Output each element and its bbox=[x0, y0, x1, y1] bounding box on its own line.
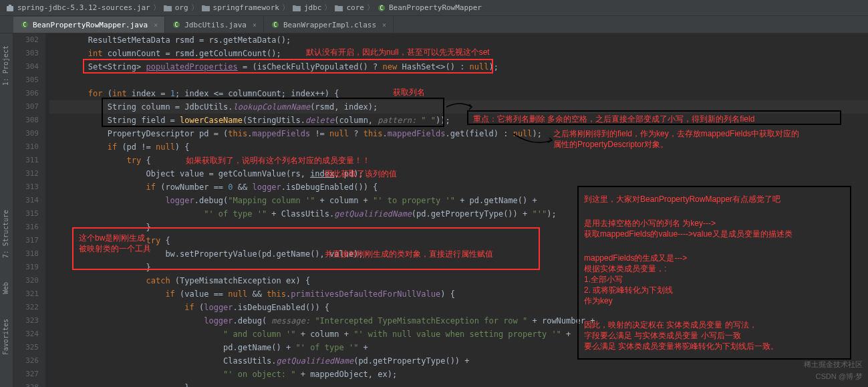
breadcrumb-p1[interactable]: org bbox=[175, 3, 188, 12]
code-line: pd.getName() + "' of type '" + bbox=[49, 341, 868, 354]
code-line: ClassUtils.getQualifiedName(pd.getProper… bbox=[49, 354, 868, 368]
line-number: 319 bbox=[13, 261, 39, 274]
tab-beanwrapperimpl[interactable]: C BeanWrapperImpl.class × bbox=[264, 17, 394, 33]
line-number: 303 bbox=[13, 47, 39, 60]
close-icon[interactable]: × bbox=[253, 21, 257, 29]
line-number: 302 bbox=[13, 33, 39, 47]
code-line bbox=[49, 74, 868, 87]
svg-rect-0 bbox=[7, 6, 13, 11]
code-line: "' on object: " + mappedObject, ex); bbox=[49, 368, 868, 381]
code-line: if (rowNumber == 0 && logger.isDebugEnab… bbox=[49, 180, 868, 194]
line-number: 325 bbox=[13, 341, 39, 354]
code-editor[interactable]: 3023033043053063073083093103113123133143… bbox=[13, 33, 868, 387]
breadcrumb-p3[interactable]: jdbc bbox=[304, 3, 322, 12]
line-number: 327 bbox=[13, 368, 39, 381]
sidebar-project[interactable]: 1: Project bbox=[0, 40, 11, 91]
line-number: 309 bbox=[13, 127, 39, 140]
line-gutter: 3023033043053063073083093103113123133143… bbox=[13, 33, 45, 387]
breadcrumb: spring-jdbc-5.3.12-sources.jar 〉 org 〉 s… bbox=[0, 0, 868, 16]
line-number: 322 bbox=[13, 301, 39, 314]
arrow-icon bbox=[446, 100, 473, 114]
code-line: if (value == null && this.primitivesDefa… bbox=[49, 287, 868, 301]
line-number: 310 bbox=[13, 140, 39, 154]
line-number: 304 bbox=[13, 60, 39, 74]
sidebar-web[interactable]: Web bbox=[0, 277, 11, 299]
line-number: 311 bbox=[13, 154, 39, 167]
code-line: if (pd != null) { bbox=[49, 140, 868, 154]
tab-beanpropertyrowmapper[interactable]: C BeanPropertyRowMapper.java × bbox=[13, 17, 165, 33]
code-line: try { bbox=[49, 154, 868, 167]
code-line: try { bbox=[49, 234, 868, 247]
line-number: 326 bbox=[13, 354, 39, 368]
code-line: " and column '" + column + "' with null … bbox=[49, 328, 868, 341]
code-area[interactable]: ResultSetMetaData rsmd = rs.getMetaData(… bbox=[45, 33, 868, 387]
line-number: 306 bbox=[13, 87, 39, 100]
sidebar-favorites[interactable]: Favorites bbox=[0, 313, 11, 360]
class-icon: C bbox=[20, 20, 29, 29]
breadcrumb-jar[interactable]: spring-jdbc-5.3.12-sources.jar bbox=[17, 3, 150, 12]
breadcrumb-p4[interactable]: core bbox=[346, 3, 364, 12]
close-icon[interactable]: × bbox=[382, 21, 386, 29]
svg-rect-1 bbox=[9, 5, 11, 7]
line-number: 324 bbox=[13, 328, 39, 341]
svg-text:C: C bbox=[23, 22, 27, 28]
svg-text:C: C bbox=[380, 5, 383, 11]
line-number: 307 bbox=[13, 100, 39, 114]
code-line: for (int index = 1; index <= columnCount… bbox=[49, 87, 868, 100]
line-number: 314 bbox=[13, 194, 39, 207]
code-line: "' of type '" + ClassUtils.getQualifiedN… bbox=[49, 207, 868, 221]
folder-icon bbox=[201, 3, 210, 13]
arrow-icon bbox=[513, 130, 553, 150]
tab-jdbcutils[interactable]: C JdbcUtils.java × bbox=[165, 17, 264, 33]
jar-icon bbox=[5, 3, 15, 13]
svg-text:C: C bbox=[175, 22, 178, 28]
line-number: 328 bbox=[13, 381, 39, 387]
line-number: 320 bbox=[13, 274, 39, 287]
folder-icon bbox=[163, 3, 172, 13]
tool-sidebar: 1: Project 7: Structure Web Favorites bbox=[0, 33, 13, 387]
tab-label: BeanPropertyRowMapper.java bbox=[33, 21, 148, 29]
line-number: 316 bbox=[13, 221, 39, 234]
class-icon: C bbox=[377, 3, 386, 13]
class-icon: C bbox=[172, 20, 181, 29]
code-line: if (logger.isDebugEnabled()) { bbox=[49, 301, 868, 314]
code-line: bw.setPropertyValue(pd.getName(), value)… bbox=[49, 247, 868, 261]
close-icon[interactable]: × bbox=[154, 21, 158, 29]
code-line: catch (TypeMismatchException ex) { bbox=[49, 274, 868, 287]
line-number: 315 bbox=[13, 207, 39, 221]
line-number: 312 bbox=[13, 167, 39, 180]
line-number: 305 bbox=[13, 74, 39, 87]
code-line: PropertyDescriptor pd = (this.mappedFiel… bbox=[49, 127, 868, 140]
folder-icon bbox=[334, 3, 343, 13]
line-number: 323 bbox=[13, 314, 39, 328]
code-line: Object value = getColumnValue(rs, index,… bbox=[49, 167, 868, 180]
editor-tabs: C BeanPropertyRowMapper.java × C JdbcUti… bbox=[0, 16, 868, 33]
class-icon: C bbox=[271, 20, 280, 29]
breadcrumb-class[interactable]: BeanPropertyRowMapper bbox=[389, 3, 482, 12]
line-number: 321 bbox=[13, 287, 39, 301]
code-line: } bbox=[49, 221, 868, 234]
code-line: String field = lowerCaseName(StringUtils… bbox=[49, 114, 868, 127]
svg-text:C: C bbox=[274, 22, 277, 28]
watermark: CSDN @博·梦 bbox=[816, 372, 863, 382]
tab-label: JdbcUtils.java bbox=[184, 21, 247, 29]
code-line: } bbox=[49, 381, 868, 387]
code-line: logger.debug( message: "Intercepted Type… bbox=[49, 314, 868, 328]
folder-icon bbox=[292, 3, 301, 13]
chevron-right-icon: 〉 bbox=[153, 3, 160, 13]
chevron-right-icon: 〉 bbox=[367, 3, 374, 13]
breadcrumb-p2[interactable]: springframework bbox=[213, 3, 279, 12]
watermark: 稀土掘金技术社区 bbox=[804, 360, 863, 370]
chevron-right-icon: 〉 bbox=[282, 3, 289, 13]
code-line: } bbox=[49, 261, 868, 274]
line-number: 318 bbox=[13, 247, 39, 261]
line-number: 313 bbox=[13, 180, 39, 194]
line-number: 308 bbox=[13, 114, 39, 127]
tab-label: BeanWrapperImpl.class bbox=[283, 21, 376, 29]
sidebar-structure[interactable]: 7: Structure bbox=[0, 205, 11, 263]
line-number: 317 bbox=[13, 234, 39, 247]
chevron-right-icon: 〉 bbox=[191, 3, 198, 13]
chevron-right-icon: 〉 bbox=[324, 3, 331, 13]
code-line: logger.debug("Mapping column '" + column… bbox=[49, 194, 868, 207]
code-line: Set<String> populatedProperties = (isChe… bbox=[49, 60, 868, 74]
